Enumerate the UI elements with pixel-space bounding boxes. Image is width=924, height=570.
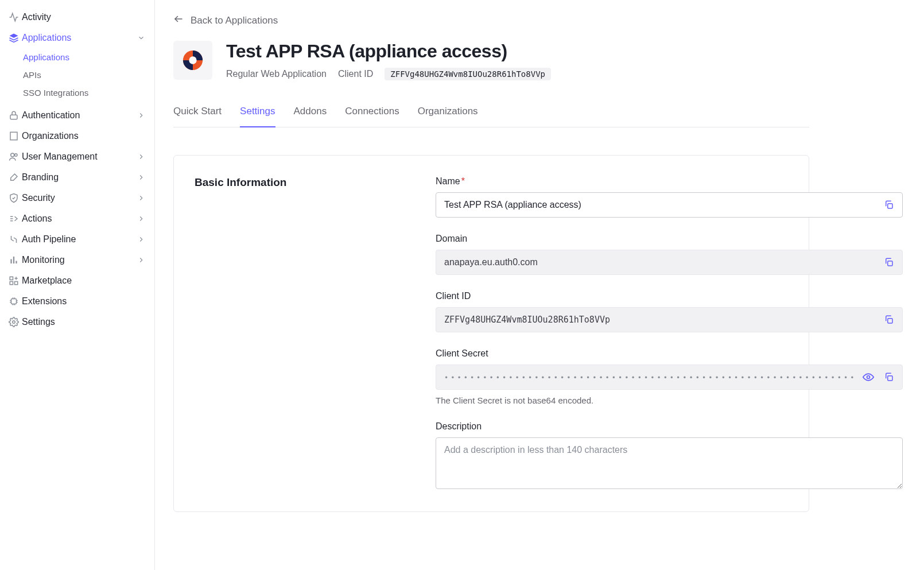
sidebar-subitem-apis[interactable]: APIs: [23, 66, 154, 84]
sidebar-item-activity[interactable]: Activity: [0, 7, 154, 28]
client-secret-helper: The Client Secret is not base64 encoded.: [436, 395, 903, 405]
chevron-right-icon: [137, 235, 145, 243]
field-description: Description: [436, 421, 903, 491]
svg-rect-34: [888, 319, 892, 323]
client-secret-masked: ••••••••••••••••••••••••••••••••••••••••…: [444, 374, 856, 382]
sidebar-subitem-sso-integrations[interactable]: SSO Integrations: [23, 84, 154, 102]
field-client-id: Client ID: [436, 291, 903, 332]
svg-rect-15: [10, 282, 13, 285]
svg-rect-33: [888, 261, 892, 266]
eye-icon[interactable]: [859, 368, 878, 386]
field-domain: Domain: [436, 234, 903, 275]
sidebar-item-label: Security: [22, 193, 137, 203]
sidebar-item-applications[interactable]: Applications: [0, 28, 154, 48]
sidebar-item-auth-pipeline[interactable]: Auth Pipeline: [0, 229, 154, 250]
sidebar-item-extensions[interactable]: Extensions: [0, 291, 154, 312]
sidebar-item-label: Extensions: [22, 296, 145, 307]
name-input[interactable]: [436, 192, 903, 218]
svg-point-31: [189, 56, 196, 64]
building-icon: [6, 131, 22, 141]
copy-icon[interactable]: [880, 253, 898, 272]
sidebar-item-label: Authentication: [22, 110, 137, 121]
client-secret-label: Client Secret: [436, 348, 903, 359]
description-textarea[interactable]: [436, 437, 903, 489]
sidebar-item-label: Activity: [22, 12, 145, 22]
sidebar-item-label: Marketplace: [22, 276, 145, 286]
sidebar-item-label: Branding: [22, 172, 137, 183]
chevron-right-icon: [137, 111, 145, 119]
sidebar-item-authentication[interactable]: Authentication: [0, 105, 154, 126]
chevron-down-icon: [137, 34, 145, 42]
sidebar-item-marketplace[interactable]: Marketplace: [0, 270, 154, 291]
basic-information-panel: Basic Information Name*: [173, 155, 809, 512]
sidebar-item-user-management[interactable]: User Management: [0, 146, 154, 167]
client-id-input: [436, 307, 903, 332]
sidebar-item-monitoring[interactable]: Monitoring: [0, 250, 154, 270]
svg-point-35: [867, 376, 870, 379]
back-to-applications-link[interactable]: Back to Applications: [173, 14, 278, 27]
name-label: Name: [436, 176, 460, 186]
bars-icon: [6, 255, 22, 265]
section-title: Basic Information: [195, 176, 436, 189]
field-client-secret: Client Secret ••••••••••••••••••••••••••…: [436, 348, 903, 405]
client-id-label: Client ID: [338, 69, 373, 79]
copy-icon[interactable]: [880, 311, 898, 329]
sidebar-item-actions[interactable]: Actions: [0, 208, 154, 229]
lock-icon: [6, 110, 22, 121]
actions-icon: [6, 214, 22, 224]
tab-organizations[interactable]: Organizations: [418, 103, 478, 127]
client-id-field-label: Client ID: [436, 291, 903, 301]
sidebar-item-label: Monitoring: [22, 255, 137, 265]
domain-input: [436, 250, 903, 275]
chip-icon: [6, 296, 22, 307]
svg-rect-14: [10, 277, 13, 280]
sidebar-item-settings[interactable]: Settings: [0, 312, 154, 332]
app-logo: [173, 41, 212, 80]
sidebar-item-label: Auth Pipeline: [22, 234, 137, 245]
description-label: Description: [436, 421, 903, 432]
svg-point-28: [13, 321, 15, 324]
chevron-right-icon: [137, 256, 145, 264]
arrow-left-icon: [173, 14, 184, 27]
sidebar-item-label: Organizations: [22, 131, 145, 141]
grid-add-icon: [6, 276, 22, 286]
app-type-label: Regular Web Application: [226, 69, 327, 79]
chevron-right-icon: [137, 215, 145, 223]
svg-rect-1: [10, 115, 17, 119]
sidebar-item-label: User Management: [22, 152, 137, 162]
chevron-right-icon: [137, 194, 145, 202]
shield-icon: [6, 193, 22, 203]
svg-rect-36: [888, 376, 892, 381]
sidebar-item-security[interactable]: Security: [0, 188, 154, 208]
copy-icon[interactable]: [880, 196, 898, 214]
sidebar-subitem-applications[interactable]: Applications: [23, 48, 154, 66]
sidebar-item-branding[interactable]: Branding: [0, 167, 154, 188]
svg-rect-32: [888, 204, 892, 208]
sidebar-item-label: Settings: [22, 317, 145, 327]
sidebar: ActivityApplicationsApplicationsAPIsSSO …: [0, 0, 155, 570]
sidebar-item-label: Actions: [22, 214, 137, 224]
required-indicator: *: [461, 176, 465, 186]
client-id-chip[interactable]: ZFFVg48UHGZ4Wvm8IUOu28R61hTo8VVp: [385, 68, 551, 80]
tab-quick-start[interactable]: Quick Start: [173, 103, 222, 127]
activity-icon: [6, 12, 22, 22]
chevron-right-icon: [137, 153, 145, 161]
users-icon: [6, 152, 22, 162]
svg-rect-2: [10, 132, 17, 140]
tab-connections[interactable]: Connections: [345, 103, 399, 127]
sidebar-item-label: Applications: [22, 33, 137, 43]
svg-rect-16: [15, 282, 18, 285]
tab-addons[interactable]: Addons: [294, 103, 327, 127]
copy-icon[interactable]: [880, 368, 898, 386]
brush-icon: [6, 172, 22, 183]
svg-rect-19: [11, 299, 17, 304]
chevron-right-icon: [137, 173, 145, 181]
svg-marker-0: [10, 34, 18, 38]
app-header: Test APP RSA (appliance access) Regular …: [173, 41, 809, 80]
main-content: Back to Applications Test APP RSA (appli…: [155, 0, 924, 570]
pipeline-icon: [6, 234, 22, 245]
svg-point-9: [11, 153, 14, 157]
domain-label: Domain: [436, 234, 903, 244]
tab-settings[interactable]: Settings: [240, 103, 275, 127]
sidebar-item-organizations[interactable]: Organizations: [0, 126, 154, 146]
